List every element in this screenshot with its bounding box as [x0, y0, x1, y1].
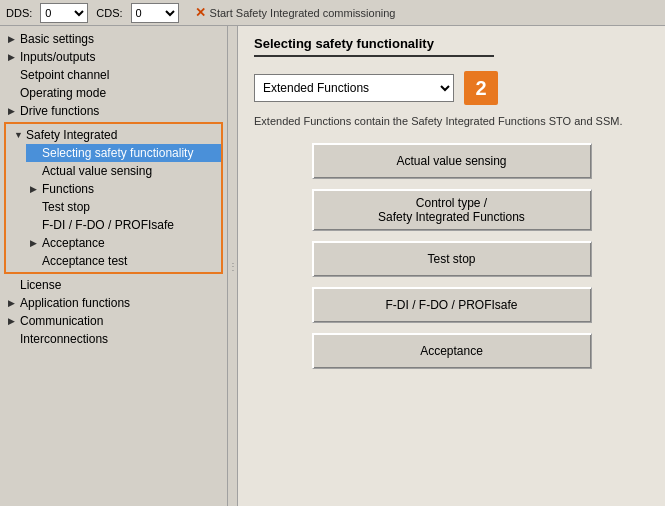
test-stop-button[interactable]: Test stop: [312, 241, 592, 277]
arrow-icon: ▶: [8, 34, 20, 44]
arrow-icon: ▶: [8, 298, 20, 308]
dds-select[interactable]: 0: [40, 3, 88, 23]
sidebar-item-label: Test stop: [42, 200, 90, 214]
acceptance-button[interactable]: Acceptance: [312, 333, 592, 369]
arrow-icon: ▶: [8, 52, 20, 62]
resize-handle[interactable]: ⋮: [228, 26, 238, 506]
safety-sub-items: ▶ Selecting safety functionality ▶ Actua…: [6, 144, 221, 270]
sidebar-item-label: Acceptance: [42, 236, 105, 250]
sidebar-item-selecting-safety[interactable]: ▶ Selecting safety functionality: [26, 144, 221, 162]
sidebar-item-test-stop[interactable]: ▶ Test stop: [26, 198, 221, 216]
sidebar-item-label: Basic settings: [20, 32, 94, 46]
arrow-icon: ▶: [8, 106, 20, 116]
function-dropdown-row: Extended Functions Basic Functions 2: [254, 71, 649, 105]
sidebar-item-label: Application functions: [20, 296, 130, 310]
arrow-icon: ▶: [30, 184, 42, 194]
page-title: Selecting safety functionality: [254, 36, 494, 57]
sidebar-item-label: Interconnections: [20, 332, 108, 346]
sidebar-item-label: F-DI / F-DO / PROFIsafe: [42, 218, 174, 232]
arrow-icon: ▼: [14, 130, 26, 140]
sidebar-item-app-functions[interactable]: ▶ Application functions: [0, 294, 227, 312]
sidebar-item-label: License: [20, 278, 61, 292]
sidebar-item-drive-functions[interactable]: ▶ Drive functions: [0, 102, 227, 120]
cds-label: CDS:: [96, 7, 122, 19]
sidebar-item-label: Drive functions: [20, 104, 99, 118]
sidebar-item-label: Actual value sensing: [42, 164, 152, 178]
sidebar-item-functions[interactable]: ▶ Functions: [26, 180, 221, 198]
arrow-icon: ▶: [30, 148, 42, 158]
arrow-icon: ▶: [8, 316, 20, 326]
sidebar-item-interconnections[interactable]: ▶ Interconnections: [0, 330, 227, 348]
sidebar-item-label: Setpoint channel: [20, 68, 109, 82]
arrow-icon: ▶: [30, 220, 42, 230]
sidebar-item-label: Acceptance test: [42, 254, 127, 268]
sidebar-item-label: Communication: [20, 314, 103, 328]
sidebar-item-label: Operating mode: [20, 86, 106, 100]
sidebar-item-label: Functions: [42, 182, 94, 196]
sidebar-item-actual-value[interactable]: ▶ Actual value sensing: [26, 162, 221, 180]
sidebar-item-communication[interactable]: ▶ Communication: [0, 312, 227, 330]
sidebar-item-basic-settings[interactable]: ▶ Basic settings: [0, 30, 227, 48]
sidebar-item-acceptance[interactable]: ▶ Acceptance: [26, 234, 221, 252]
start-commissioning-button[interactable]: ✕ Start Safety Integrated commissioning: [195, 5, 396, 20]
safety-integrated-label: Safety Integrated: [26, 128, 117, 142]
sidebar-item-setpoint-channel[interactable]: ▶ Setpoint channel: [0, 66, 227, 84]
sidebar-item-operating-mode[interactable]: ▶ Operating mode: [0, 84, 227, 102]
extended-functions-select[interactable]: Extended Functions Basic Functions: [254, 74, 454, 102]
actual-value-sensing-button[interactable]: Actual value sensing: [312, 143, 592, 179]
top-bar: DDS: 0 CDS: 0 ✕ Start Safety Integrated …: [0, 0, 665, 26]
arrow-icon: ▶: [8, 280, 20, 290]
sidebar-item-inputs-outputs[interactable]: ▶ Inputs/outputs: [0, 48, 227, 66]
x-icon: ✕: [195, 5, 206, 20]
cds-select[interactable]: 0: [131, 3, 179, 23]
arrow-icon: ▶: [30, 202, 42, 212]
sidebar-item-safety-integrated[interactable]: ▼ Safety Integrated: [6, 126, 221, 144]
fdi-fdo-profisafe-button[interactable]: F-DI / F-DO / PROFIsafe: [312, 287, 592, 323]
sidebar-item-acceptance-test[interactable]: ▶ Acceptance test: [26, 252, 221, 270]
arrow-icon: ▶: [8, 88, 20, 98]
sidebar-item-label: Selecting safety functionality: [42, 146, 193, 160]
main-layout: ▶ Basic settings ▶ Inputs/outputs ▶ Setp…: [0, 26, 665, 506]
arrow-icon: ▶: [30, 166, 42, 176]
control-type-button[interactable]: Control type /Safety Integrated Function…: [312, 189, 592, 231]
badge-2: 2: [464, 71, 498, 105]
arrow-icon: ▶: [30, 238, 42, 248]
sidebar-item-fdi-fdo[interactable]: ▶ F-DI / F-DO / PROFIsafe: [26, 216, 221, 234]
arrow-icon: ▶: [8, 70, 20, 80]
arrow-icon: ▶: [8, 334, 20, 344]
info-text: Extended Functions contain the Safety In…: [254, 115, 649, 127]
sidebar-item-label: Inputs/outputs: [20, 50, 95, 64]
sidebar: ▶ Basic settings ▶ Inputs/outputs ▶ Setp…: [0, 26, 228, 506]
start-btn-label: Start Safety Integrated commissioning: [210, 7, 396, 19]
safety-integrated-group: ▼ Safety Integrated ▶ Selecting safety f…: [4, 122, 223, 274]
sidebar-item-license[interactable]: ▶ License: [0, 276, 227, 294]
dds-label: DDS:: [6, 7, 32, 19]
arrow-icon: ▶: [30, 256, 42, 266]
content-area: Selecting safety functionality Extended …: [238, 26, 665, 506]
